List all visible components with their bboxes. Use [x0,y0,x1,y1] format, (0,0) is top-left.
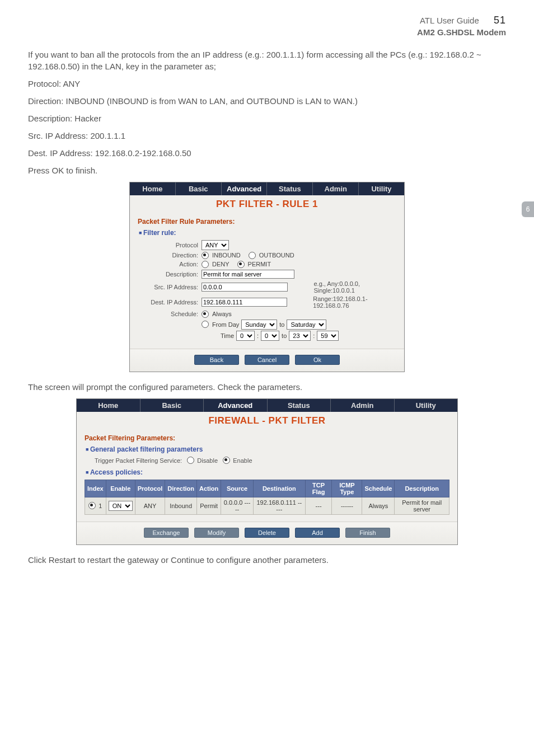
ok-button[interactable]: Ok [295,355,340,365]
delete-button[interactable]: Delete [245,528,289,538]
nav-advanced-2[interactable]: Advanced [204,399,268,412]
label-protocol: Protocol [138,242,202,248]
row-index: 1 [99,503,102,509]
protocol-select[interactable]: ANY [202,240,229,250]
rule-title: PKT FILTER - RULE 1 [130,195,404,211]
radio-permit[interactable] [237,261,245,268]
row-tcp-flag: --- [305,497,331,514]
nav-basic[interactable]: Basic [176,182,222,195]
chapter-tab: 6 [522,201,534,217]
description-paragraph: Description: Hacker [28,112,506,124]
policies-table: Index Enable Protocol Direction Action S… [85,480,449,515]
text-permit: PERMIT [248,261,271,267]
th-direction: Direction [165,480,197,497]
text-disable: Disable [197,457,218,464]
time-m1-select[interactable]: 0 [261,331,279,341]
description-input[interactable] [202,270,294,279]
radio-enable[interactable] [223,457,230,464]
rule-params-heading: Packet Filter Rule Parameters: [138,218,396,226]
finish-button[interactable]: Finish [345,528,390,538]
nav-admin-2[interactable]: Admin [331,399,395,412]
text-inbound: INBOUND [212,252,241,259]
row-destination: 192.168.0.111 ----- [253,497,305,514]
access-policies-heading: Access policies: [86,468,449,476]
nav-admin[interactable]: Admin [313,182,359,195]
th-schedule: Schedule [362,480,395,497]
dest-ip-input[interactable] [202,298,287,307]
filter-navbar: Home Basic Advanced Status Admin Utility [77,399,457,412]
time-h1-select[interactable]: 0 [236,331,255,341]
src-ip-paragraph: Src. IP Address: 200.1.1.1 [28,130,506,142]
restart-paragraph: Click Restart to restart the gateway or … [28,554,506,566]
back-button[interactable]: Back [194,355,239,365]
rule-navbar: Home Basic Advanced Status Admin Utility [130,182,404,195]
cancel-button[interactable]: Cancel [245,355,289,365]
radio-disable[interactable] [187,457,194,464]
text-time-to: to [282,332,287,339]
dest-ip-hint: Range:192.168.0.1-192.168.0.76 [313,295,396,309]
text-to: to [279,321,284,328]
text-time: Time [221,332,234,339]
row-schedule: Always [362,497,395,514]
page-number: 51 [494,15,506,26]
text-deny: DENY [212,261,229,267]
row-description: Permit for mail server [395,497,449,514]
nav-status[interactable]: Status [267,182,313,195]
text-enable: Enable [233,457,252,464]
nav-utility[interactable]: Utility [359,182,404,195]
label-direction: Direction: [138,252,202,259]
filter-panel: Home Basic Advanced Status Admin Utility… [76,398,458,545]
radio-always[interactable] [202,311,209,318]
from-day-select[interactable]: Sunday [241,320,277,330]
nav-advanced[interactable]: Advanced [222,182,268,195]
th-icmp-type: ICMP Type [332,480,362,497]
row-radio[interactable] [88,502,96,509]
rule-panel: Home Basic Advanced Status Admin Utility… [129,182,405,372]
trigger-label: Trigger Packet Filtering Service: [95,457,182,464]
radio-from-day[interactable] [202,321,209,328]
row-enable-select[interactable]: ON [109,501,133,511]
modify-button[interactable]: Modify [194,528,239,538]
nav-basic-2[interactable]: Basic [140,399,204,412]
filter-title: FIREWALL - PKT FILTER [77,412,457,428]
row-source: 0.0.0.0 ----- [221,497,254,514]
th-protocol: Protocol [135,480,165,497]
row-direction: Inbound [165,497,197,514]
page-header: ATL User Guide 51 AM2 G.SHDSL Modem [28,13,506,39]
exchange-button[interactable]: Exchange [144,528,189,538]
time-m2-select[interactable]: 59 [317,331,339,341]
th-description: Description [395,480,449,497]
th-index: Index [85,480,106,497]
label-schedule: Schedule: [138,311,202,317]
src-ip-input[interactable] [202,283,288,292]
product-name: AM2 G.SHDSL Modem [28,27,506,38]
protocol-paragraph: Protocol: ANY [28,78,506,90]
nav-status-2[interactable]: Status [268,399,331,412]
label-dest-ip: Dest. IP Address: [138,299,202,306]
radio-deny[interactable] [202,261,209,268]
label-src-ip: Src. IP Address: [138,284,202,290]
text-outbound: OUTBOUND [259,252,294,259]
row-action: Permit [197,497,221,514]
nav-home-2[interactable]: Home [77,399,140,412]
th-enable: Enable [106,480,135,497]
nav-utility-2[interactable]: Utility [395,399,458,412]
th-action: Action [197,480,221,497]
after-rule-paragraph: The screen will prompt the configured pa… [28,381,506,393]
filter-params-heading: Packet Filtering Parameters: [85,434,449,442]
nav-home[interactable]: Home [130,182,176,195]
th-destination: Destination [253,480,305,497]
row-protocol: ANY [135,497,165,514]
radio-inbound[interactable] [202,252,209,259]
dest-ip-paragraph: Dest. IP Address: 192.168.0.2-192.168.0.… [28,147,506,159]
radio-outbound[interactable] [249,252,256,259]
time-h2-select[interactable]: 23 [289,331,311,341]
text-always: Always [212,311,232,317]
label-action: Action: [138,261,202,267]
direction-paragraph: Direction: INBOUND (INBOUND is from WAN … [28,95,506,107]
to-day-select[interactable]: Saturday [287,320,326,330]
add-button[interactable]: Add [295,528,340,538]
guide-title: ATL User Guide [420,16,479,25]
intro-paragraph: If you want to ban all the protocols fro… [28,49,506,72]
table-row: 1 ON ANY Inbound Permit 0.0.0.0 ----- 19… [85,497,449,514]
